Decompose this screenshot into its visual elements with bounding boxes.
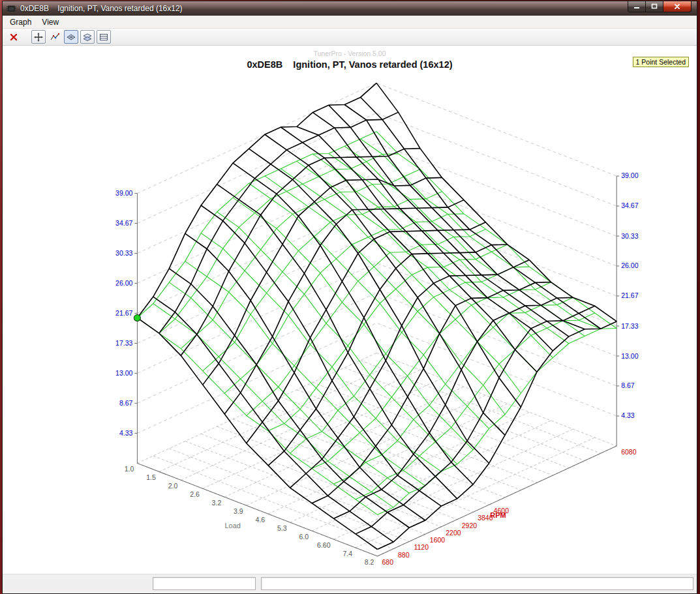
floor-grid-line: [265, 404, 505, 497]
status-bar: [3, 574, 697, 593]
status-field-2: [261, 577, 693, 590]
rpm-tick-label: 1600: [430, 537, 446, 544]
surface-col-line-compare-map: [201, 233, 441, 471]
surface-row-line-compare-map: [356, 313, 595, 499]
surface-row-line-compare-map: [224, 214, 464, 393]
surface-col-line-current-map: [312, 112, 553, 351]
load-tick-label: 1.0: [125, 466, 134, 473]
toolbar: [3, 29, 697, 46]
z-axis-label-left: 34.67: [115, 220, 132, 227]
load-tick-label: 2.0: [168, 483, 178, 490]
wall-grid-line: [137, 263, 616, 373]
selected-point[interactable]: [134, 315, 140, 321]
surface-row-line-current-map: [247, 222, 486, 443]
wall-grid-line: [137, 113, 616, 223]
load-tick-label: 5.3: [277, 525, 287, 532]
z-axis-label-right: 39.00: [621, 173, 638, 180]
close-graph-button[interactable]: [7, 30, 21, 44]
rpm-axis-title: RPM: [490, 511, 506, 519]
surface-3d-icon: [66, 32, 76, 42]
surface-col-line-compare-map: [217, 212, 457, 464]
z-axis-label-right: 21.67: [621, 292, 638, 299]
load-tick-label: 7.4: [342, 550, 352, 557]
minimize-button[interactable]: [628, 1, 646, 12]
maximize-icon: [650, 2, 659, 11]
trace-line-icon: [50, 32, 60, 42]
load-tick-label: 3.9: [234, 508, 243, 515]
surface-col-line-compare-map: [329, 153, 569, 343]
trace-button[interactable]: [48, 30, 62, 44]
floor-grid-line: [159, 361, 399, 471]
z-axis-label-right: 13.00: [621, 353, 638, 360]
rpm-tick-label: 880: [398, 552, 410, 559]
floor-grid-line: [334, 429, 573, 539]
z-axis-label-left: 30.33: [115, 250, 132, 257]
rpm-tick-label: 680: [382, 559, 393, 566]
z-axis-label-right: 4.33: [621, 413, 635, 420]
floor-grid-line: [297, 390, 537, 483]
z-axis-label-left: 13.00: [115, 370, 132, 377]
flat-layers-icon: [82, 32, 93, 42]
load-tick-label: 2.6: [190, 491, 200, 498]
load-tick-label: 3.2: [212, 499, 222, 507]
flat-view-button[interactable]: [80, 30, 95, 44]
surface-col-line-current-map: [329, 105, 569, 336]
load-tick-label: 8.2: [365, 559, 374, 566]
load-axis-title: Load: [224, 522, 240, 529]
z-axis-label-left: 8.67: [119, 400, 133, 407]
load-tick-label: 6.0: [299, 533, 309, 541]
menu-view[interactable]: View: [37, 16, 64, 28]
surface-row-line-current-map: [224, 200, 464, 414]
table-rows-icon: [99, 32, 109, 42]
surface-col-line-current-map: [361, 97, 601, 329]
load-tick-label: 4.6: [256, 516, 266, 524]
surface-row-line-current-map: [334, 297, 573, 518]
floor-grid-line: [185, 441, 425, 535]
table-view-button[interactable]: [97, 30, 111, 44]
load-tick-label: 1.5: [146, 474, 156, 481]
rpm-tick-label: 2200: [446, 529, 461, 537]
z-axis-label-right: 26.00: [621, 262, 638, 269]
z-axis-label-left: 17.33: [115, 340, 132, 347]
surface-row-line-current-map: [290, 260, 530, 488]
surface-row-line-current-map: [137, 83, 376, 318]
surface-col-line-current-map: [281, 127, 521, 407]
floor-grid-line: [281, 397, 521, 490]
surface-col-line-compare-map: [233, 198, 473, 450]
wall-grid-line: [137, 143, 616, 253]
wall-grid-line: [137, 293, 616, 403]
surface-col-line-compare-map: [376, 132, 616, 329]
surface-3d-button[interactable]: [64, 30, 78, 44]
caption-buttons: [628, 1, 692, 12]
surface-col-line-compare-map: [281, 169, 521, 393]
app-icon: [7, 5, 16, 13]
status-field-1: [153, 577, 256, 590]
z-axis-label-right: 17.33: [621, 323, 638, 330]
surface-col-line-compare-map: [249, 183, 489, 428]
maximize-button[interactable]: [646, 1, 663, 12]
close-icon: [673, 2, 682, 11]
rpm-tick-label: 6080: [621, 449, 637, 456]
move-cross-icon: [33, 32, 44, 42]
floor-grid-line: [356, 438, 595, 548]
surface-col-line-current-map: [344, 104, 585, 329]
window-title: 0xDE8B Ignition, PT, Vanos retarded (16x…: [20, 4, 183, 13]
pan-button[interactable]: [31, 30, 46, 44]
red-x-icon: [8, 32, 19, 42]
load-tick-label: 6.60: [317, 542, 331, 549]
close-button[interactable]: [663, 1, 692, 12]
surface-plot[interactable]: 4.334.338.678.6713.0013.0017.3317.3321.6…: [3, 46, 697, 574]
z-axis-label-left: 26.00: [115, 280, 132, 287]
z-axis-label-left: 39.00: [115, 190, 132, 197]
z-axis-label-right: 34.67: [621, 203, 638, 210]
surface-row-line-current-map: [312, 282, 551, 503]
surface-col-line-current-map: [249, 149, 489, 463]
z-axis-label-right: 8.67: [621, 382, 635, 389]
floor-grid-line: [344, 368, 585, 461]
app-window: 0xDE8B Ignition, PT, Vanos retarded (16x…: [2, 1, 697, 594]
titlebar[interactable]: 0xDE8B Ignition, PT, Vanos retarded (16x…: [3, 1, 697, 16]
z-axis-label-left: 21.67: [115, 310, 132, 317]
menu-graph[interactable]: Graph: [5, 16, 37, 28]
minimize-icon: [632, 2, 641, 11]
z-axis-label-right: 30.33: [621, 233, 638, 240]
